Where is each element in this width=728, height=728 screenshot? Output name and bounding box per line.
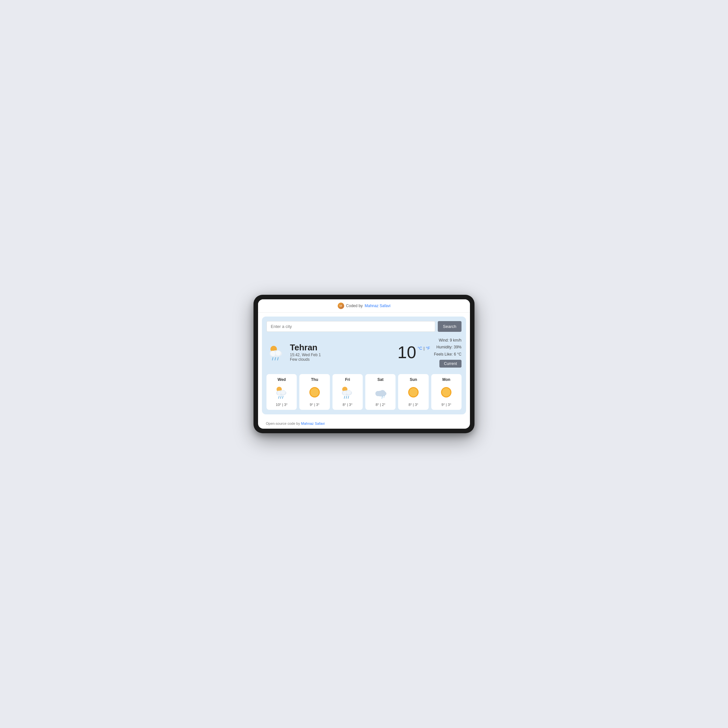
svg-point-28 bbox=[346, 390, 351, 395]
forecast-icon-sun bbox=[405, 384, 421, 400]
forecast-icon-sat bbox=[373, 384, 388, 400]
weather-main-card: Search bbox=[262, 317, 466, 415]
svg-line-31 bbox=[348, 396, 349, 398]
svg-line-30 bbox=[346, 396, 347, 398]
app-header: M Coded by Mahnaz Safavi bbox=[258, 299, 470, 313]
svg-line-35 bbox=[382, 396, 382, 398]
forecast-card-mon: Mon 9° | 3° bbox=[431, 374, 462, 410]
svg-point-21 bbox=[310, 388, 319, 396]
forecast-icon-thu bbox=[307, 384, 323, 400]
search-bar: Search bbox=[266, 321, 462, 332]
svg-line-17 bbox=[278, 396, 279, 398]
app-footer: Open-source code by Mahnaz Safavi bbox=[258, 418, 470, 429]
forecast-temps-mon: 9° | 3° bbox=[433, 403, 460, 407]
svg-point-34 bbox=[379, 390, 385, 396]
city-datetime: 15:42, Wed Feb 1 bbox=[290, 353, 393, 357]
svg-line-19 bbox=[283, 396, 283, 398]
forecast-temps-sat: 8° | 2° bbox=[367, 403, 393, 407]
forecast-temps-wed: 10° | 3° bbox=[268, 403, 295, 407]
forecast-day-thu: Thu bbox=[301, 377, 327, 382]
svg-point-38 bbox=[409, 388, 418, 396]
svg-point-27 bbox=[342, 391, 346, 395]
footer-text-prefix: Open-source code by bbox=[266, 422, 300, 425]
svg-line-29 bbox=[344, 396, 345, 398]
forecast-temps-sun: 8° | 3° bbox=[400, 403, 427, 407]
current-button[interactable]: Current bbox=[439, 360, 462, 367]
current-button-wrap: Current bbox=[434, 360, 462, 367]
forecast-day-fri: Fri bbox=[335, 377, 361, 382]
feels-like-info: Feels Like: 6 °C bbox=[434, 351, 462, 358]
svg-line-9 bbox=[278, 358, 278, 360]
device-screen: M Coded by Mahnaz Safavi Search bbox=[258, 299, 470, 429]
weather-details: Wind: 9 km/h Humidity: 39% Feels Like: 6… bbox=[434, 337, 462, 368]
city-info: Tehran 15:42, Wed Feb 1 Few clouds bbox=[290, 343, 393, 362]
forecast-card-fri: Fri bbox=[332, 374, 363, 410]
svg-point-16 bbox=[281, 390, 285, 395]
svg-point-15 bbox=[276, 391, 281, 395]
search-button[interactable]: Search bbox=[438, 321, 462, 332]
forecast-card-sun: Sun 8° | 3° bbox=[398, 374, 428, 410]
current-weather-icon bbox=[266, 343, 286, 362]
forecast-card-sat: Sat 8° | 2° bbox=[365, 374, 396, 410]
city-name: Tehran bbox=[290, 343, 393, 352]
footer-author-link[interactable]: Mahnaz Safavi bbox=[301, 422, 325, 425]
forecast-day-sat: Sat bbox=[367, 377, 393, 382]
forecast-icon-wed bbox=[274, 384, 289, 400]
coded-by-text: Coded by bbox=[346, 304, 363, 308]
svg-point-5 bbox=[269, 351, 275, 356]
svg-point-40 bbox=[442, 388, 450, 396]
forecast-card-thu: Thu 9° | 3° bbox=[299, 374, 330, 410]
forecast-day-mon: Mon bbox=[433, 377, 460, 382]
temp-units: °C | °F bbox=[418, 346, 430, 351]
wind-info: Wind: 9 km/h bbox=[434, 337, 462, 344]
temp-unit-toggle[interactable]: °C | °F bbox=[418, 346, 430, 351]
svg-line-18 bbox=[280, 396, 281, 398]
device-frame: M Coded by Mahnaz Safavi Search bbox=[254, 295, 474, 434]
humidity-info: Humidity: 39% bbox=[434, 344, 462, 351]
city-condition: Few clouds bbox=[290, 357, 393, 362]
fahrenheit-link[interactable]: °F bbox=[426, 346, 430, 351]
forecast-icon-mon bbox=[439, 384, 454, 400]
forecast-row: Wed bbox=[266, 374, 462, 410]
celsius-link[interactable]: °C bbox=[418, 346, 422, 351]
author-avatar: M bbox=[338, 303, 344, 309]
svg-point-6 bbox=[275, 350, 281, 356]
forecast-temps-thu: 9° | 3° bbox=[301, 403, 327, 407]
temp-value: 10 bbox=[398, 344, 416, 361]
svg-line-8 bbox=[275, 358, 275, 360]
svg-line-7 bbox=[272, 358, 273, 360]
forecast-icon-fri bbox=[340, 384, 355, 400]
forecast-day-sun: Sun bbox=[400, 377, 427, 382]
current-weather: Tehran 15:42, Wed Feb 1 Few clouds 10 °C… bbox=[266, 337, 462, 368]
forecast-card-wed: Wed bbox=[266, 374, 297, 410]
forecast-temps-fri: 8° | 3° bbox=[335, 403, 361, 407]
author-link-header[interactable]: Mahnaz Safavi bbox=[365, 304, 390, 308]
temperature-display: 10 °C | °F bbox=[398, 344, 430, 361]
search-input[interactable] bbox=[266, 321, 435, 332]
forecast-day-wed: Wed bbox=[268, 377, 295, 382]
